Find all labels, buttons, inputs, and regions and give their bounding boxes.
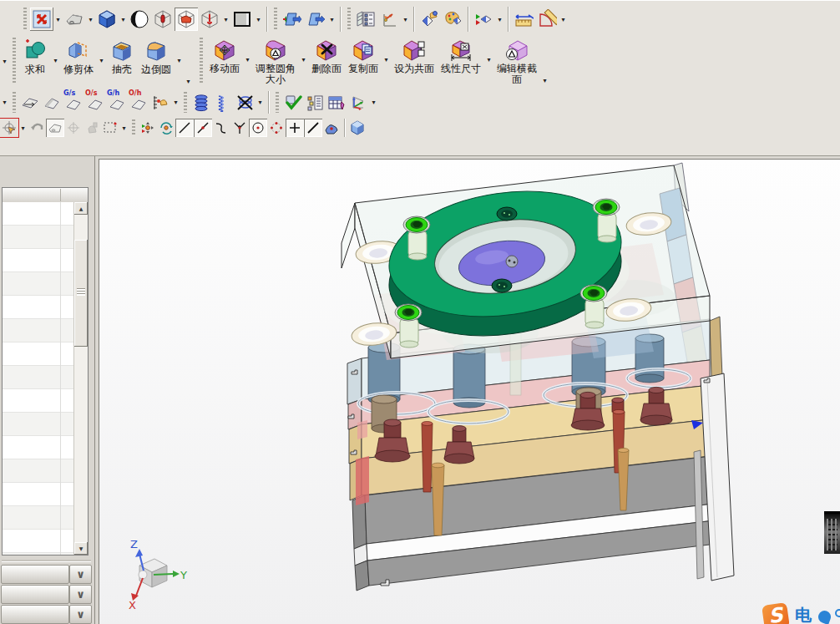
measure-distance-button[interactable] — [512, 8, 535, 31]
shaded-cube-button[interactable] — [348, 119, 367, 137]
feature-button-make-coplanar[interactable]: 设为共面 — [391, 36, 438, 75]
wcs-dynamics-button[interactable] — [377, 8, 401, 31]
toolbar-drag-handle[interactable] — [276, 92, 279, 113]
toolbar-drag-handle[interactable] — [132, 119, 135, 136]
feature-button-copy-face[interactable]: 复制面 — [345, 36, 382, 75]
vertical-scrollbar[interactable]: ▲ ▼ — [73, 202, 88, 555]
show-and-hide-button[interactable] — [417, 8, 441, 31]
rotate-point-button[interactable] — [157, 119, 175, 137]
intersection-point-button[interactable] — [230, 119, 249, 137]
oh-draft-check-button[interactable]: O/h — [128, 92, 149, 114]
column-divider[interactable] — [60, 189, 61, 201]
feature-button-edit-cross-section[interactable]: 编辑横截 面 — [493, 36, 540, 86]
feature-button-shell[interactable]: 抽壳 — [106, 37, 138, 76]
collapsed-panel-2-expand-button[interactable]: ∨ — [69, 585, 92, 604]
mold-assembly-model[interactable]: Z Y X — [99, 160, 840, 624]
edit-object-display-button[interactable] — [441, 8, 464, 31]
expression-table-button[interactable] — [326, 92, 347, 114]
dropdown-arrow[interactable]: ▾ — [495, 16, 504, 23]
dropdown-arrow[interactable]: ▾ — [484, 56, 493, 63]
dropdown-arrow[interactable]: ▾ — [382, 56, 391, 63]
dropdown-arrow[interactable]: ▾ — [254, 16, 263, 23]
navigator-table-header[interactable] — [3, 188, 88, 203]
collapsed-panel-3-expand-button[interactable]: ∨ — [69, 605, 92, 624]
arc-center-button[interactable] — [249, 119, 267, 137]
point-on-curve-button[interactable] — [304, 119, 322, 137]
rectangle-select-button[interactable] — [101, 119, 119, 137]
toolbar-drag-handle[interactable] — [184, 92, 187, 113]
scroll-down-button[interactable]: ▼ — [74, 542, 88, 555]
feature-button-unite[interactable]: 求和 — [19, 37, 51, 76]
feature-button-linear-dimension[interactable]: 线性尺寸 — [438, 36, 484, 75]
information-window-button[interactable] — [149, 92, 171, 114]
scrollbar-thumb[interactable] — [74, 240, 88, 347]
toolbar-drag-handle[interactable] — [347, 8, 351, 31]
examine-geometry-button[interactable] — [282, 92, 304, 114]
new-section-button[interactable] — [304, 8, 327, 31]
feature-button-trim-body[interactable]: 修剪体 — [60, 37, 97, 76]
collapsed-panel-1-expand-button[interactable]: ∨ — [69, 565, 92, 584]
dropdown-arrow[interactable]: ▾ — [221, 16, 230, 23]
dropdown-arrow[interactable]: ▾ — [327, 16, 337, 23]
face-analysis-button[interactable] — [41, 92, 63, 114]
dropdown-arrow[interactable]: ▾ — [97, 57, 106, 64]
os-draft-check-button[interactable]: O/s — [84, 92, 106, 114]
dropdown-arrow[interactable]: ▾ — [53, 16, 63, 23]
dropdown-arrow[interactable]: ▾ — [175, 57, 184, 64]
quadrant-point-button[interactable] — [267, 119, 286, 137]
wireframe-part-button[interactable] — [151, 8, 175, 31]
feature-button-edge-blend[interactable]: 边倒圆 — [138, 37, 175, 76]
dropdown-arrow[interactable]: ▾ — [401, 16, 410, 23]
collapsed-panel-1[interactable] — [1, 565, 69, 584]
dropdown-arrow[interactable]: ▾ — [256, 99, 265, 106]
dropdown-arrow[interactable]: ▾ — [119, 124, 129, 132]
dropdown-arrow[interactable]: ▾ — [559, 16, 568, 23]
feature-button-resize-blend[interactable]: 调整圆角 大小 — [252, 36, 299, 86]
shaded-preview-button[interactable] — [46, 119, 64, 137]
scroll-up-button[interactable]: ▲ — [74, 202, 88, 215]
mid-point-button[interactable] — [212, 119, 230, 137]
spring-button[interactable] — [212, 92, 234, 114]
deselect-all-button[interactable] — [64, 119, 83, 137]
snap-point-button[interactable] — [139, 119, 157, 137]
isometric-view-button[interactable] — [95, 8, 119, 31]
toolbar-overflow-arrow[interactable]: ▾ — [0, 99, 9, 106]
dropdown-arrow[interactable]: ▾ — [299, 56, 308, 63]
navigator-table[interactable]: ▲ ▼ — [2, 187, 89, 556]
hidden-line-button[interactable] — [198, 8, 221, 31]
dropdown-arrow[interactable]: ▾ — [369, 99, 378, 106]
draft-analysis-button[interactable] — [19, 92, 41, 114]
layer-settings-button[interactable] — [354, 8, 377, 31]
thread-button[interactable] — [190, 92, 212, 114]
shaded-edges-button[interactable] — [63, 8, 86, 31]
fit-view-button[interactable] — [30, 8, 53, 31]
gh-draft-check-button[interactable]: G/h — [106, 92, 128, 114]
toolbar-drag-handle[interactable] — [23, 8, 27, 31]
gs-draft-check-button[interactable]: G/s — [63, 92, 84, 114]
orient-wcs-button[interactable] — [347, 92, 369, 114]
dropdown-arrow[interactable]: ▾ — [119, 16, 128, 23]
point-on-face-button[interactable] — [322, 119, 341, 137]
feature-browser-button[interactable] — [304, 92, 326, 114]
dropdown-arrow[interactable]: ▾ — [18, 124, 28, 132]
toolbar-overflow-arrow[interactable]: ▾ — [184, 78, 193, 85]
toolbar-overflow-arrow[interactable]: ▾ — [540, 77, 549, 84]
collapsed-panel-2[interactable] — [1, 585, 69, 604]
dropdown-arrow[interactable]: ▾ — [86, 16, 95, 23]
graphics-viewport[interactable]: Z Y X — [99, 159, 840, 624]
class-selection-button[interactable] — [472, 8, 495, 31]
dropdown-arrow[interactable]: ▾ — [51, 57, 60, 64]
undo-button[interactable] — [28, 119, 46, 137]
background-swatch-button[interactable] — [230, 8, 254, 31]
existing-point-button[interactable] — [286, 119, 304, 137]
toolbar-drag-handle[interactable] — [274, 8, 277, 31]
suppress-feature-button[interactable] — [234, 92, 256, 114]
feature-button-delete-face[interactable]: 删除面 — [308, 36, 345, 75]
end-point-button[interactable] — [175, 119, 194, 137]
shaded-part-button[interactable] — [175, 8, 198, 31]
dropdown-arrow[interactable]: ▾ — [171, 99, 180, 106]
feature-button-move-face[interactable]: 移动面 — [206, 36, 243, 75]
dropdown-arrow[interactable]: ▾ — [243, 56, 252, 63]
collapsed-panel-3[interactable] — [1, 605, 69, 624]
selection-filter-button[interactable] — [0, 119, 18, 137]
